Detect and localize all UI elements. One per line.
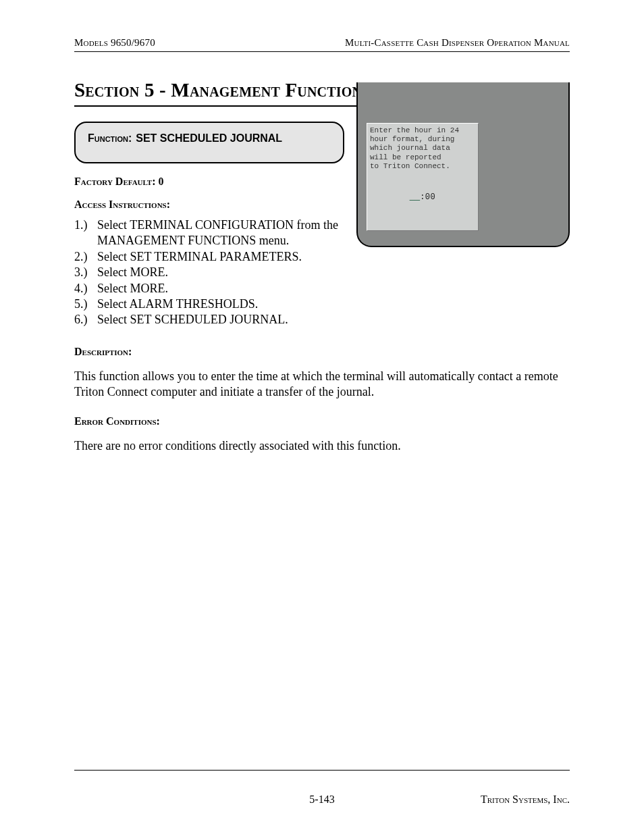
time-hour-input[interactable]: __ [410,192,420,202]
step-2: 2.)Select SET TERMINAL PARAMETERS. [74,249,347,265]
step-6: 6.)Select SET SCHEDULED JOURNAL. [74,312,347,328]
terminal-screen: Enter the hour in 24 hour format, during… [367,123,479,231]
description-heading: Description: [74,346,570,358]
page-header: Models 9650/9670 Multi-Cassette Cash Dis… [74,37,570,49]
terminal-time-field: __:00 [370,192,475,202]
terminal-line-2: hour format, during [370,135,475,144]
step-4: 4.)Select MORE. [74,281,347,296]
footer-rule [74,770,570,771]
factory-default-heading: Factory Default: 0 [74,176,347,188]
step-1: 1.)Select TERMINAL CONFIGURATION from th… [74,217,347,249]
error-text: There are no error conditions directly a… [74,438,570,454]
header-left: Models 9650/9670 [74,37,155,49]
terminal-line-5: to Triton Connect. [370,162,475,171]
function-title: SET SCHEDULED JOURNAL [136,132,282,145]
access-instructions-heading: Access Instructions: [74,199,347,211]
terminal-screenshot: Enter the hour in 24 hour format, during… [356,82,570,247]
terminal-line-1: Enter the hour in 24 [370,126,475,135]
header-rule [74,51,570,52]
function-label: Function: [88,132,132,145]
access-steps: 1.)Select TERMINAL CONFIGURATION from th… [74,217,347,328]
step-5: 5.)Select ALARM THRESHOLDS. [74,296,347,312]
header-right: Multi-Cassette Cash Dispenser Operation … [345,37,570,49]
factory-default-value: 0 [159,176,164,187]
page-footer: 5-143 Triton Systems, Inc. [74,770,570,806]
step-3: 3.)Select MORE. [74,265,347,280]
factory-default-label: Factory Default: [74,176,156,187]
time-suffix: :00 [420,192,435,202]
page-number: 5-143 [309,793,334,806]
terminal-line-4: will be reported [370,153,475,162]
description-text: This function allows you to enter the ti… [74,369,570,400]
function-box: Function: SET SCHEDULED JOURNAL [74,122,344,163]
terminal-line-3: which journal data [370,144,475,153]
error-heading: Error Conditions: [74,415,570,427]
footer-company: Triton Systems, Inc. [455,793,570,806]
